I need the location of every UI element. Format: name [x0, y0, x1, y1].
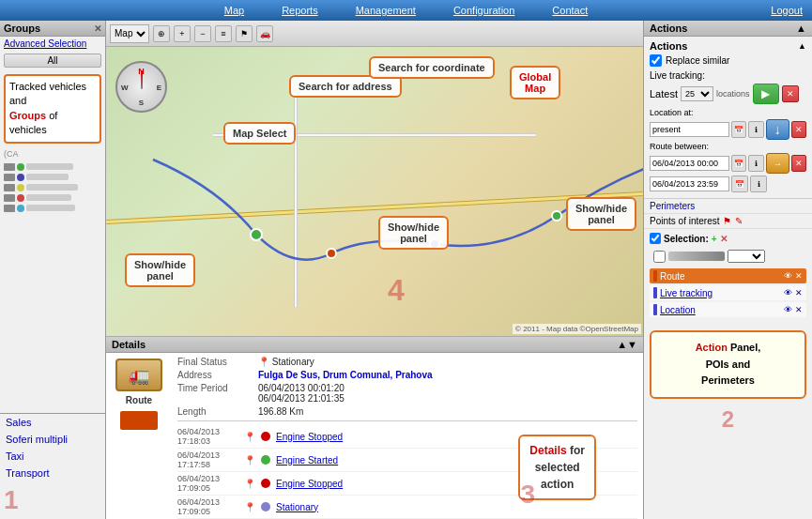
route-from-calendar-icon[interactable]: 📅	[731, 155, 746, 172]
location-at-input[interactable]	[650, 122, 729, 137]
route-to-calendar-icon[interactable]: 📅	[731, 176, 748, 192]
route-close-icon[interactable]: ✕	[795, 271, 803, 281]
selection-close-icon[interactable]: ✕	[720, 234, 728, 244]
show-hide-2-label: Show/hidepanel	[388, 221, 439, 244]
sidebar-item-transport[interactable]: Transport	[0, 465, 105, 481]
details-scroll-icon[interactable]: ▲▼	[617, 339, 637, 350]
nav-configuration[interactable]: Configuration	[453, 5, 514, 16]
selection-checkbox[interactable]	[650, 233, 661, 244]
list-item[interactable]	[2, 204, 103, 214]
right-panel: Actions ▲ Actions ▲ Replace similar Live…	[643, 21, 812, 519]
perimeters-row[interactable]: Perimeters	[644, 199, 812, 214]
actions-sub-scroll[interactable]: ▲	[798, 41, 806, 51]
live-tracking-eye-icon[interactable]: 👁	[784, 288, 792, 298]
advanced-selection-link[interactable]: Advanced Selection	[0, 37, 105, 51]
logout-button[interactable]: Logout	[771, 5, 803, 16]
layers-icon[interactable]: ≡	[215, 25, 232, 42]
vehicle-color-row	[650, 248, 806, 265]
selection-add-icon[interactable]: +	[712, 234, 717, 244]
selection-item-route[interactable]: Route 👁 ✕	[650, 268, 806, 283]
groups-close-icon[interactable]: ✕	[94, 23, 101, 34]
nav-management[interactable]: Management	[356, 5, 416, 16]
event-link[interactable]: Stationary	[276, 502, 318, 512]
list-item[interactable]	[2, 193, 103, 204]
vehicle-color-select[interactable]	[728, 250, 765, 263]
location-at-info-icon[interactable]: ℹ	[748, 121, 763, 138]
nav-items: Map Reports Management Configuration Con…	[224, 5, 589, 16]
show-hide-3-annotation: Show/hidepanel	[566, 197, 636, 231]
nav-reports[interactable]: Reports	[282, 5, 318, 16]
details-panel: Details ▲▼ 🚛 Route Final Status	[106, 336, 643, 519]
location-at-calendar-icon[interactable]: 📅	[731, 121, 746, 138]
left-panel-number-badge: 1	[4, 485, 19, 514]
event-link[interactable]: Engine Started	[276, 455, 338, 466]
length-label: Length	[177, 406, 253, 417]
zoom-out-icon[interactable]: −	[194, 25, 211, 42]
groups-bold-label: Groups	[9, 110, 46, 121]
route-eye-icon[interactable]: 👁	[784, 271, 792, 281]
replace-similar-checkbox[interactable]	[650, 54, 662, 67]
route-icon-box: 🚛	[115, 359, 162, 391]
route-from-info-icon[interactable]: ℹ	[748, 155, 763, 172]
location-close-icon[interactable]: ✕	[795, 305, 803, 314]
sidebar-item-taxi[interactable]: Taxi	[0, 448, 105, 465]
list-item[interactable]	[2, 183, 103, 193]
main-layout: Groups ✕ Advanced Selection All Tracked …	[0, 21, 812, 519]
live-tracking-stop-button[interactable]: ✕	[782, 85, 799, 102]
location-at-go-button[interactable]: ↓	[766, 119, 789, 140]
car-icon[interactable]: 🚗	[256, 25, 273, 42]
list-item[interactable]	[2, 173, 103, 183]
list-item[interactable]	[2, 162, 103, 173]
poi-label: Points of interest	[650, 216, 719, 226]
final-status-row: Final Status 📍 Stationary	[177, 357, 637, 367]
length-value: 196.88 Km	[258, 406, 303, 417]
route-to-info-icon[interactable]: ℹ	[750, 176, 767, 192]
latest-count-select[interactable]: 251050	[681, 86, 713, 101]
map-select-dropdown[interactable]: Map	[110, 24, 149, 43]
location-at-clear-button[interactable]: ✕	[791, 121, 806, 138]
event-link[interactable]: Engine Stopped	[276, 479, 343, 489]
location-eye-icon[interactable]: 👁	[784, 305, 792, 314]
nav-map[interactable]: Map	[224, 5, 244, 16]
global-map-annotation: GlobalMap	[510, 66, 560, 99]
truck-icon: 🚛	[129, 365, 149, 386]
nav-contact[interactable]: Contact	[552, 5, 588, 16]
route-from-input[interactable]	[650, 156, 729, 171]
show-hide-1-annotation: Show/hidepanel	[125, 253, 195, 287]
show-hide-3-label: Show/hidepanel	[575, 203, 627, 225]
selection-item-live-tracking[interactable]: Live tracking 👁 ✕	[650, 285, 806, 300]
latest-label: Latest	[650, 88, 678, 99]
location-pin-icon: 📍	[244, 432, 255, 442]
details-number-badge: 3	[520, 480, 535, 510]
zoom-in-icon[interactable]: +	[174, 25, 191, 42]
vehicle-color-checkbox[interactable]	[653, 251, 666, 263]
compass-rose: N S W E	[115, 61, 167, 113]
live-tracking-close-icon[interactable]: ✕	[795, 288, 803, 298]
route-from-go-button[interactable]: →	[766, 153, 789, 174]
all-button[interactable]: All	[4, 53, 101, 68]
actions-scroll-icon[interactable]: ▲	[796, 23, 806, 34]
sidebar-item-sales[interactable]: Sales	[0, 414, 105, 431]
nav-compass-icon[interactable]: ⊕	[153, 25, 170, 42]
route-icon-area: 🚛 Route	[106, 353, 172, 519]
route-label: Route	[126, 395, 152, 405]
route-to-input[interactable]	[650, 176, 729, 191]
locations-label: locations	[716, 89, 750, 99]
selection-section: Selection: + ✕ Route 👁 ✕ Live tracking �	[644, 229, 812, 323]
selection-header: Selection: + ✕	[650, 233, 806, 244]
poi-icon[interactable]: ⚑	[723, 216, 731, 226]
poi-edit-icon[interactable]: ✎	[735, 216, 743, 226]
sidebar-item-soferi[interactable]: Soferi multipli	[0, 431, 105, 448]
live-tracking-play-button[interactable]: ▶	[753, 84, 779, 104]
location-pin-icon: 📍	[244, 479, 255, 489]
flag-icon[interactable]: ⚑	[236, 25, 253, 42]
details-anno-action: action	[541, 478, 574, 491]
poi-row: Points of interest ⚑ ✎	[644, 214, 812, 229]
selection-item-location[interactable]: Location 👁 ✕	[650, 302, 806, 317]
live-tracking-label-row: Live tracking:	[650, 70, 806, 81]
route-from-clear-button[interactable]: ✕	[791, 155, 806, 172]
route-from-row: 📅 ℹ → ✕	[650, 153, 806, 174]
route-between-label: Route between:	[650, 142, 709, 151]
event-link[interactable]: Engine Stopped	[276, 432, 343, 442]
tracked-vehicles-box: Tracked vehicles and Groups of vehicles	[4, 74, 101, 144]
